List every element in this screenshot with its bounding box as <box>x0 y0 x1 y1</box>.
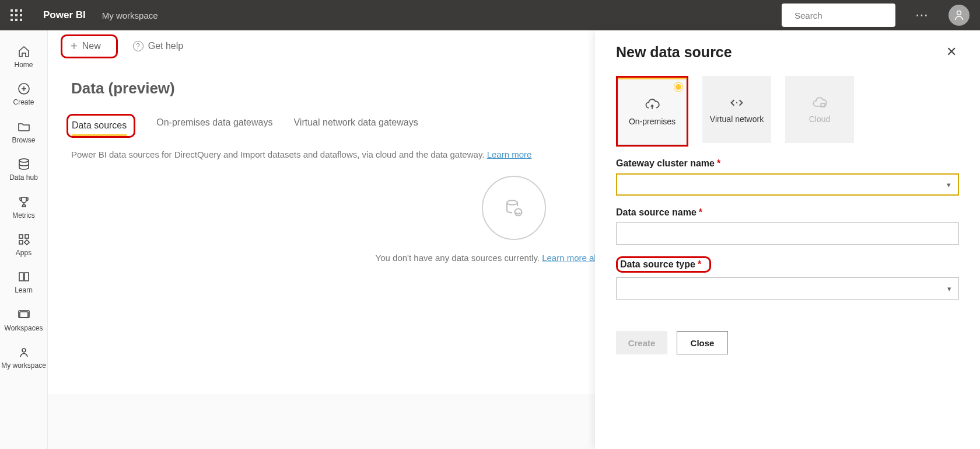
app-launcher-icon[interactable] <box>10 9 22 21</box>
close-icon: ✕ <box>946 44 957 59</box>
empty-state-text: You don't have any data sources currentl… <box>376 253 542 263</box>
svg-point-15 <box>507 200 517 205</box>
sidebar-item-create[interactable]: Create <box>0 76 47 113</box>
svg-rect-11 <box>24 240 29 245</box>
left-sidebar: Home Create Browse Data hub Metrics Apps… <box>0 30 48 449</box>
highlight-on-premises-tile: On-premises <box>616 76 688 147</box>
plus-icon: + <box>71 40 78 53</box>
trophy-icon <box>17 195 31 209</box>
svg-rect-9 <box>25 235 29 238</box>
learn-more-link[interactable]: Learn more <box>487 149 532 159</box>
svg-rect-13 <box>20 312 28 318</box>
create-button[interactable]: Create <box>616 331 667 354</box>
chevron-down-icon: ▾ <box>947 180 951 189</box>
cloud-sync-icon <box>644 97 660 113</box>
empty-state-circle-icon <box>482 176 546 240</box>
workspace-name: My workspace <box>102 11 158 20</box>
search-input[interactable] <box>794 11 905 20</box>
more-options-icon[interactable]: ⋯ <box>915 8 929 23</box>
new-data-source-panel: New data source ✕ On-premises Virtual ne… <box>595 30 980 449</box>
database-icon <box>17 157 31 171</box>
type-tile-label: On-premises <box>629 117 676 127</box>
data-source-name-input[interactable] <box>616 222 959 245</box>
network-icon <box>729 95 745 111</box>
type-tile-cloud[interactable]: Cloud <box>785 76 854 143</box>
type-tile-on-premises[interactable]: On-premises <box>618 78 687 145</box>
panel-actions: Create Close <box>616 331 959 354</box>
user-avatar[interactable] <box>949 5 970 26</box>
tab-data-sources[interactable]: Data sources <box>72 117 127 136</box>
data-source-type-select[interactable]: ▾ <box>616 277 959 300</box>
chevron-down-icon: ▾ <box>947 284 951 293</box>
form-group-gateway-cluster: Gateway cluster name* ▾ <box>616 158 959 196</box>
folder-icon <box>17 120 31 134</box>
svg-rect-10 <box>19 241 23 244</box>
form-group-data-source-type: Data source type* ▾ <box>616 256 959 300</box>
person-icon <box>17 345 31 359</box>
get-help-button[interactable]: ? Get help <box>128 39 188 54</box>
data-source-type-label: Data source type <box>620 259 695 270</box>
gateway-cluster-select[interactable]: ▾ <box>616 173 959 196</box>
panel-close-button[interactable]: ✕ <box>944 42 959 62</box>
workspaces-icon <box>17 308 31 322</box>
type-tile-virtual-network[interactable]: Virtual network <box>702 76 771 143</box>
sidebar-item-data-hub[interactable]: Data hub <box>0 151 47 189</box>
sidebar-item-my-workspace[interactable]: My workspace <box>0 339 47 377</box>
tab-virtual-network-gateways[interactable]: Virtual network data gateways <box>293 114 418 138</box>
close-button[interactable]: Close <box>677 331 728 354</box>
search-box[interactable] <box>782 4 895 27</box>
type-tile-label: Cloud <box>809 114 831 124</box>
sidebar-item-apps[interactable]: Apps <box>0 227 47 264</box>
panel-title: New data source <box>616 44 732 61</box>
new-button[interactable]: + New <box>66 37 106 55</box>
apps-icon <box>17 232 31 246</box>
highlight-new-button: + New <box>61 34 118 58</box>
get-help-label: Get help <box>148 41 183 51</box>
database-link-icon <box>503 197 524 218</box>
help-circle-icon: ? <box>133 41 144 51</box>
sidebar-item-metrics[interactable]: Metrics <box>0 189 47 227</box>
svg-point-14 <box>22 349 26 352</box>
sidebar-item-learn[interactable]: Learn <box>0 264 47 301</box>
source-type-tiles: On-premises Virtual network Cloud <box>616 76 959 147</box>
plus-circle-icon <box>17 82 31 96</box>
highlight-data-source-type-label: Data source type* <box>616 256 711 273</box>
svg-point-6 <box>19 159 29 162</box>
cloud-icon <box>811 95 828 111</box>
new-button-label: New <box>82 41 101 51</box>
type-tile-label: Virtual network <box>710 114 764 124</box>
home-icon <box>17 44 31 58</box>
highlight-data-sources-tab: Data sources <box>66 114 135 138</box>
svg-point-16 <box>515 209 522 216</box>
app-header: Power BI My workspace ⋯ <box>0 0 980 30</box>
svg-rect-8 <box>19 235 23 238</box>
tab-on-premises-gateways[interactable]: On-premises data gateways <box>156 114 272 138</box>
product-name: Power BI <box>43 9 86 21</box>
gateway-cluster-label: Gateway cluster name <box>616 158 715 169</box>
book-icon <box>17 270 31 284</box>
sidebar-item-home[interactable]: Home <box>0 39 47 76</box>
form-group-data-source-name: Data source name* <box>616 207 959 245</box>
svg-point-17 <box>736 102 737 103</box>
svg-point-2 <box>957 11 961 15</box>
selected-radio-dot <box>674 83 682 91</box>
person-icon <box>952 8 966 22</box>
data-source-name-label: Data source name <box>616 207 696 218</box>
svg-rect-18 <box>821 103 825 107</box>
sidebar-item-browse[interactable]: Browse <box>0 114 47 151</box>
sidebar-item-workspaces[interactable]: Workspaces <box>0 302 47 339</box>
